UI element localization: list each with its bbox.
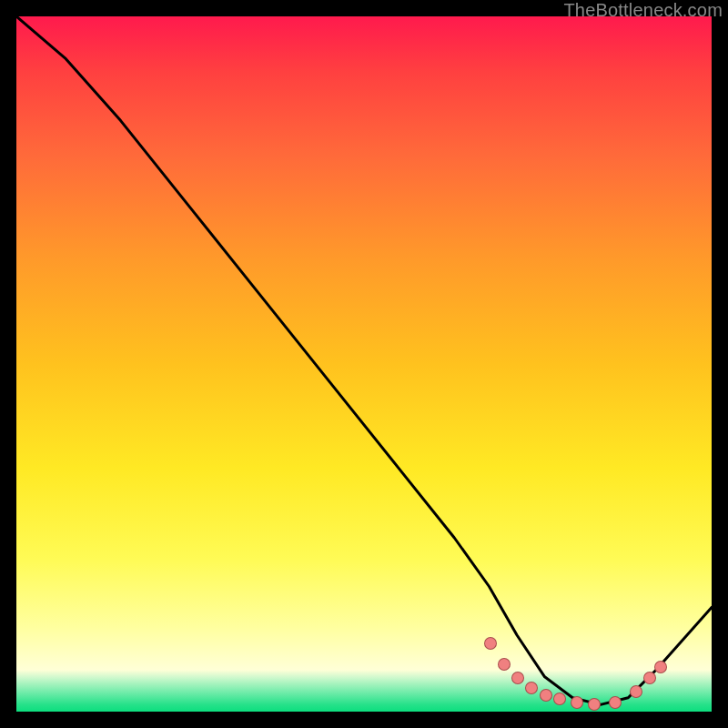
chart-plot-area bbox=[16, 16, 712, 712]
highlight-marker bbox=[498, 658, 511, 671]
highlight-marker bbox=[511, 672, 524, 684]
highlight-marker bbox=[540, 689, 552, 702]
highlight-marker bbox=[654, 661, 667, 673]
highlight-marker bbox=[630, 685, 642, 698]
highlight-marker bbox=[609, 696, 622, 709]
curve-line bbox=[16, 16, 712, 712]
highlight-marker bbox=[571, 696, 583, 709]
highlight-marker bbox=[484, 637, 497, 650]
highlight-marker bbox=[643, 672, 656, 684]
attribution-label: TheBottleneck.com bbox=[563, 0, 723, 21]
highlight-marker bbox=[553, 693, 566, 705]
chart-curve-layer bbox=[16, 16, 712, 712]
highlight-marker bbox=[588, 698, 601, 711]
chart-stage: TheBottleneck.com bbox=[0, 0, 728, 728]
